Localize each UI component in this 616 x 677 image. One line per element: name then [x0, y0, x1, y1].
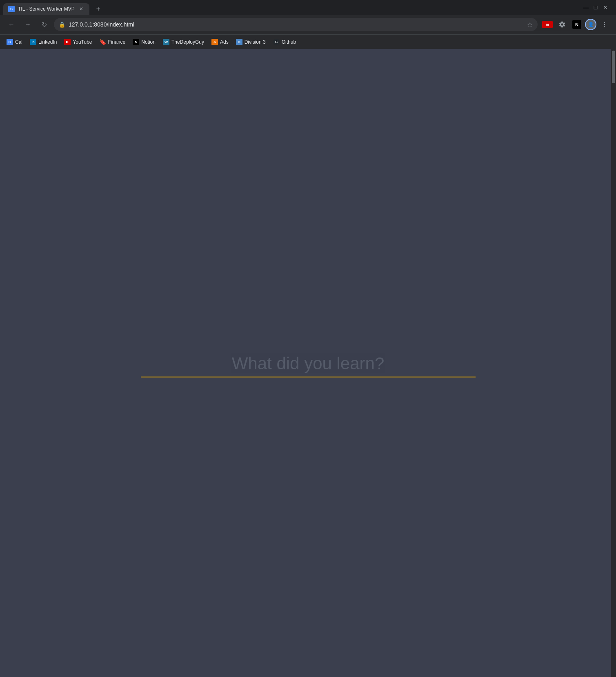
bookmark-division3[interactable]: D Division 3	[233, 37, 269, 47]
bookmark-linkedin-label: LinkedIn	[38, 39, 57, 45]
bookmark-finance-label: Finance	[108, 39, 126, 45]
active-tab[interactable]: S TIL - Service Worker MVP ✕	[3, 3, 89, 15]
bookmark-thedeployguy-label: TheDeployGuy	[171, 39, 204, 45]
svg-point-1	[604, 24, 605, 25]
thedeployguy-favicon: W	[163, 39, 169, 45]
back-button[interactable]: ←	[5, 18, 18, 31]
github-favicon: G	[273, 39, 280, 45]
bookmark-star-icon[interactable]: ☆	[527, 21, 533, 29]
bookmark-youtube[interactable]: ▶ YouTube	[61, 37, 95, 47]
bookmark-finance[interactable]: 🔖 Finance	[96, 37, 129, 47]
reload-button[interactable]: ↻	[38, 18, 51, 31]
input-underline	[141, 376, 476, 377]
division3-favicon: D	[236, 39, 242, 45]
settings-button[interactable]	[556, 18, 569, 31]
browser-chrome: S TIL - Service Worker MVP ✕ + — □ ✕ ← →…	[0, 0, 616, 49]
bookmark-ads[interactable]: A Ads	[208, 37, 232, 47]
minimize-button[interactable]: —	[583, 5, 588, 10]
new-tab-button[interactable]: +	[93, 3, 104, 15]
forward-button[interactable]: →	[21, 18, 34, 31]
title-bar: S TIL - Service Worker MVP ✕ + — □ ✕	[0, 0, 616, 15]
bookmark-division3-label: Division 3	[245, 39, 266, 45]
extension-red-button[interactable]: m	[541, 18, 554, 31]
youtube-favicon: ▶	[64, 39, 71, 45]
scrollbar[interactable]	[611, 49, 616, 677]
main-input-area	[141, 353, 476, 377]
svg-point-2	[604, 26, 605, 27]
navigation-bar: ← → ↻ 🔒 127.0.0.1:8080/index.html ☆ m	[0, 15, 616, 34]
tab-bar: S TIL - Service Worker MVP ✕ +	[3, 0, 578, 15]
bookmark-github-label: Github	[282, 39, 296, 45]
address-bar[interactable]: 🔒 127.0.0.1:8080/index.html ☆	[54, 18, 538, 31]
bookmark-linkedin[interactable]: in LinkedIn	[27, 37, 60, 47]
learn-input[interactable]	[141, 353, 476, 373]
bookmark-github[interactable]: G Github	[270, 37, 299, 47]
window-controls: — □ ✕	[578, 5, 613, 10]
bookmark-youtube-label: YouTube	[73, 39, 92, 45]
linkedin-favicon: in	[30, 39, 36, 45]
notion-favicon: N	[133, 39, 139, 45]
bookmark-notion-label: Notion	[141, 39, 156, 45]
menu-button[interactable]	[598, 18, 611, 31]
tab-favicon: S	[8, 6, 15, 12]
notion-extension-button[interactable]: N	[570, 18, 583, 31]
nav-action-buttons: m N 👤	[541, 18, 611, 31]
finance-favicon: 🔖	[100, 39, 106, 45]
profile-button[interactable]: 👤	[585, 19, 596, 30]
bookmark-cal-label: Cal	[15, 39, 22, 45]
tab-title: TIL - Service Worker MVP	[18, 6, 75, 12]
maximize-button[interactable]: □	[593, 5, 598, 10]
bookmarks-bar: G Cal in LinkedIn ▶ YouTube 🔖 Finance	[0, 34, 616, 49]
bookmark-ads-label: Ads	[220, 39, 229, 45]
url-text: 127.0.0.1:8080/index.html	[69, 21, 524, 28]
page-content	[0, 49, 616, 677]
scrollbar-thumb[interactable]	[612, 51, 615, 83]
bookmark-thedeployguy[interactable]: W TheDeployGuy	[160, 37, 207, 47]
bookmark-notion[interactable]: N Notion	[129, 37, 159, 47]
tab-close-button[interactable]: ✕	[78, 6, 85, 12]
ads-favicon: A	[211, 39, 218, 45]
svg-point-0	[604, 22, 605, 23]
cal-favicon: G	[7, 39, 13, 45]
security-lock-icon: 🔒	[59, 22, 65, 28]
close-button[interactable]: ✕	[603, 5, 608, 10]
bookmark-cal[interactable]: G Cal	[3, 37, 26, 47]
